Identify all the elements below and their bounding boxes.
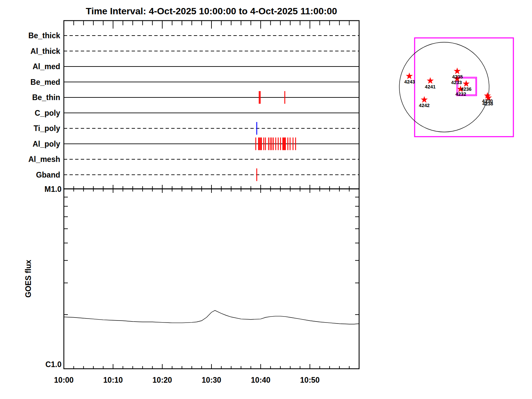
filter-label-C_poly: C_poly — [35, 109, 60, 117]
x-tick-label: 10:40 — [251, 376, 271, 384]
active-region-star-4241 — [427, 77, 434, 84]
goes-ymax-label: M1.0 — [45, 185, 62, 194]
figure-canvas: Time Interval: 4-Oct-2025 10:00:00 to 4-… — [0, 0, 532, 399]
active-region-label-4238: 4238 — [482, 101, 493, 106]
filter-label-Al_med: Al_med — [33, 62, 60, 71]
active-region-star-4236 — [463, 80, 470, 87]
active-region-star-4243 — [406, 72, 413, 79]
goes-ymin-label: C1.0 — [45, 360, 62, 369]
x-tick-label: 10:00 — [54, 376, 74, 384]
xrt-observation-figure: Time Interval: 4-Oct-2025 10:00:00 to 4-… — [0, 0, 532, 399]
goes-flux-curve — [64, 311, 359, 324]
active-region-label-4232: 4232 — [456, 91, 466, 97]
filter-label-Ti_poly: Ti_poly — [34, 124, 60, 133]
active-region-label-4236: 4236 — [461, 86, 471, 92]
filter-label-Be_med: Be_med — [31, 78, 60, 86]
goes-axis-title: GOES flux — [24, 260, 33, 298]
filter-label-Al_mesh: Al_mesh — [28, 155, 60, 164]
filter-label-Be_thin: Be_thin — [32, 93, 60, 102]
active-region-label-4241: 4241 — [425, 84, 436, 89]
chart-title: Time Interval: 4-Oct-2025 10:00:00 to 4-… — [86, 6, 337, 16]
filter-label-Be_thick: Be_thick — [28, 31, 60, 40]
x-tick-label: 10:20 — [153, 376, 172, 384]
active-region-label-4242: 4242 — [419, 103, 430, 108]
x-tick-label: 10:30 — [202, 376, 221, 384]
figure-content: Be_thickAl_thickAl_medBe_medBe_thinC_pol… — [24, 21, 513, 384]
active-region-label-4233: 4233 — [451, 80, 462, 85]
goes-flux-panel — [64, 189, 359, 369]
active-region-label-4235: 4235 — [452, 74, 463, 79]
x-tick-label: 10:10 — [103, 376, 123, 384]
active-region-label-4243: 4243 — [404, 79, 415, 84]
x-tick-label: 10:50 — [300, 376, 320, 384]
filter-label-Gband: Gband — [36, 171, 60, 179]
active-region-star-4235 — [454, 67, 461, 74]
filter-label-Al_thick: Al_thick — [31, 47, 61, 56]
active-region-star-4242 — [421, 96, 428, 103]
filter-timeline-panel — [64, 21, 359, 189]
filter-label-Al_poly: Al_poly — [33, 140, 60, 148]
